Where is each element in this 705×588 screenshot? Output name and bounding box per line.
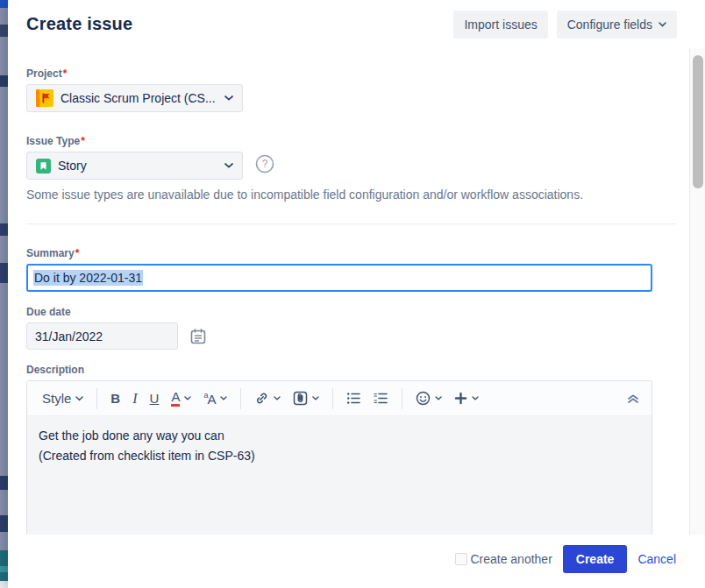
create-issue-dialog: Create issue Import issues Configure fie… bbox=[8, 0, 705, 588]
svg-text:?: ? bbox=[262, 158, 268, 170]
background-patch bbox=[0, 550, 8, 566]
background-patch bbox=[0, 75, 8, 87]
page-title: Create issue bbox=[26, 14, 132, 34]
project-select[interactable]: Classic Scrum Project (CS... bbox=[26, 84, 243, 112]
scrollbar-thumb[interactable] bbox=[693, 55, 703, 188]
form-content: Project* Classic Scrum Project (CS... Is… bbox=[8, 67, 705, 535]
calendar-icon[interactable] bbox=[189, 328, 207, 345]
create-another-label: Create another bbox=[470, 552, 552, 566]
configure-fields-label: Configure fields bbox=[567, 18, 652, 32]
link-icon[interactable] bbox=[248, 387, 287, 409]
help-icon[interactable]: ? bbox=[255, 154, 274, 174]
background-patch bbox=[0, 515, 8, 532]
numbered-list-icon[interactable] bbox=[367, 388, 395, 408]
bold-button[interactable]: B bbox=[104, 387, 126, 409]
issue-type-note: Some issue types are unavailable due to … bbox=[26, 188, 652, 202]
due-date-value: 31/Jan/2022 bbox=[35, 329, 103, 344]
create-button[interactable]: Create bbox=[563, 545, 628, 573]
chevron-down-icon bbox=[659, 22, 666, 27]
collapse-toolbar-icon[interactable] bbox=[623, 390, 643, 407]
create-another-option[interactable]: Create another bbox=[455, 552, 552, 566]
attachment-icon[interactable] bbox=[287, 387, 325, 409]
background-patch bbox=[0, 25, 8, 37]
description-label: Description bbox=[26, 364, 652, 376]
configure-fields-button[interactable]: Configure fields bbox=[557, 11, 677, 39]
chevron-down-icon bbox=[312, 396, 319, 400]
style-dropdown[interactable]: Style bbox=[36, 387, 89, 409]
due-date-input[interactable]: 31/Jan/2022 bbox=[26, 322, 178, 350]
chevron-down-icon bbox=[184, 396, 191, 400]
cancel-link[interactable]: Cancel bbox=[637, 552, 676, 566]
description-input[interactable]: Get the job done any way you can (Create… bbox=[27, 416, 652, 476]
project-label: Project* bbox=[26, 67, 652, 80]
emoji-icon[interactable] bbox=[409, 387, 448, 409]
summary-input[interactable]: Do it by 2022-01-31 bbox=[26, 264, 652, 292]
toolbar-divider bbox=[332, 388, 333, 409]
create-another-checkbox[interactable] bbox=[455, 553, 467, 565]
background-patch bbox=[0, 0, 8, 8]
background-page-strip bbox=[0, 0, 8, 588]
description-editor: Style B I U A aA bbox=[26, 380, 652, 535]
background-patch bbox=[0, 572, 8, 581]
issue-type-label: Issue Type* bbox=[26, 135, 652, 147]
description-line: Get the job done any way you can bbox=[39, 426, 640, 446]
more-text-styles-button[interactable]: aA bbox=[197, 387, 233, 410]
story-icon bbox=[36, 159, 51, 174]
chevron-down-icon bbox=[75, 396, 83, 401]
project-select-value: Classic Scrum Project (CS... bbox=[61, 91, 224, 105]
description-line: (Created from checklist item in CSP-63) bbox=[39, 446, 640, 466]
background-patch bbox=[0, 566, 8, 572]
issue-type-select[interactable]: Story bbox=[26, 152, 243, 180]
chevron-down-icon bbox=[472, 396, 479, 400]
import-issues-button[interactable]: Import issues bbox=[453, 11, 547, 39]
due-date-label: Due date bbox=[26, 306, 652, 318]
summary-label: Summary* bbox=[26, 247, 652, 259]
project-avatar-icon bbox=[36, 89, 53, 107]
chevron-down-icon bbox=[274, 396, 281, 400]
toolbar-divider bbox=[240, 388, 241, 409]
background-patch bbox=[0, 263, 8, 283]
header-actions: Import issues Configure fields bbox=[453, 11, 677, 39]
chevron-down-icon bbox=[435, 396, 442, 400]
required-asterisk: * bbox=[63, 67, 68, 80]
issue-type-select-value: Story bbox=[58, 159, 224, 173]
chevron-down-icon bbox=[224, 96, 233, 101]
dialog-body: Project* Classic Scrum Project (CS... Is… bbox=[8, 48, 705, 535]
required-asterisk: * bbox=[81, 135, 85, 147]
toolbar-divider bbox=[96, 388, 97, 409]
bullet-list-icon[interactable] bbox=[340, 388, 367, 408]
chevron-down-icon bbox=[220, 396, 227, 400]
required-asterisk: * bbox=[75, 247, 80, 259]
background-patch bbox=[0, 223, 8, 236]
insert-plus-icon[interactable] bbox=[448, 388, 485, 408]
description-toolbar: Style B I U A aA bbox=[27, 381, 652, 416]
background-patch bbox=[0, 581, 8, 588]
italic-button[interactable]: I bbox=[126, 387, 143, 410]
section-divider bbox=[26, 223, 676, 224]
dialog-header: Create issue Import issues Configure fie… bbox=[8, 0, 705, 48]
background-patch bbox=[0, 476, 8, 490]
text-color-button[interactable]: A bbox=[165, 386, 197, 410]
summary-input-value: Do it by 2022-01-31 bbox=[33, 270, 143, 286]
dialog-footer: Create another Create Cancel bbox=[8, 535, 705, 588]
toolbar-divider bbox=[402, 388, 402, 409]
chevron-down-icon bbox=[224, 163, 233, 168]
scrollbar[interactable] bbox=[689, 48, 705, 535]
underline-button[interactable]: U bbox=[144, 387, 166, 409]
